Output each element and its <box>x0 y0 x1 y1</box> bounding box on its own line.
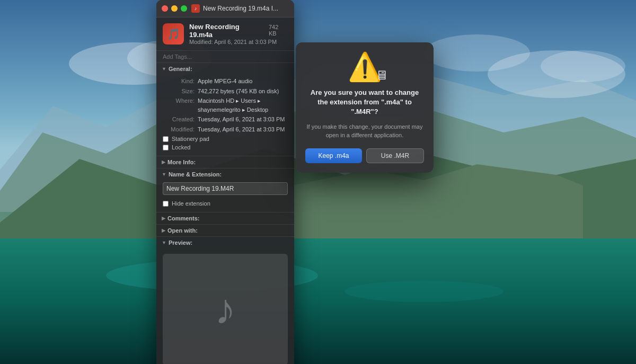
size-label: Size: <box>163 87 195 96</box>
general-arrow-icon: ▼ <box>162 66 166 72</box>
comments-label: Comments: <box>167 215 200 221</box>
name-extension-section: ▼ Name & Extension: Hide extension <box>156 168 294 212</box>
hide-extension-label: Hide extension <box>172 200 210 207</box>
stationery-checkbox[interactable] <box>163 136 169 142</box>
locked-checkbox[interactable] <box>163 145 169 150</box>
modified-info-value: Tuesday, April 6, 2021 at 3:03 PM <box>198 125 285 134</box>
tags-input[interactable] <box>163 54 288 60</box>
where-row: Where: Macintosh HD ▸ Users ▸ shaynemele… <box>163 96 288 114</box>
file-header: 🎵 New Recording 19.m4a 742 KB Modified: … <box>156 17 294 51</box>
general-label: General: <box>169 66 192 72</box>
general-section-body: Kind: Apple MPEG-4 audio Size: 742,272 b… <box>156 75 294 156</box>
dialog-buttons: Keep .m4a Use .M4R <box>305 148 424 163</box>
preview-arrow-icon: ▼ <box>162 240 166 245</box>
modified-label: Modified: <box>189 39 213 45</box>
more-info-label: More Info: <box>167 159 196 165</box>
stationery-label: Stationery pad <box>172 136 209 142</box>
size-row: Size: 742,272 bytes (745 KB on disk) <box>163 87 288 96</box>
finder-icon: 🖥 <box>375 68 388 83</box>
where-label: Where: <box>163 96 195 114</box>
name-ext-arrow-icon: ▼ <box>162 172 166 177</box>
keep-extension-button[interactable]: Keep .m4a <box>305 148 362 163</box>
modified-info-label: Modified: <box>163 125 195 134</box>
name-extension-body: Hide extension <box>156 180 294 212</box>
where-value: Macintosh HD ▸ Users ▸ shaynemelegrito ▸… <box>198 96 288 114</box>
name-extension-label: Name & Extension: <box>169 171 222 177</box>
name-extension-header[interactable]: ▼ Name & Extension: <box>156 168 294 180</box>
window-title: New Recording 19.m4a I... <box>203 5 278 12</box>
svg-point-12 <box>541 50 625 82</box>
file-type-icon: ♪ <box>191 4 200 13</box>
comments-arrow-icon: ▶ <box>162 216 165 221</box>
dialog-icon-area: ⚠️ 🖥 <box>305 53 424 81</box>
maximize-button[interactable] <box>181 5 187 12</box>
preview-label: Preview: <box>169 239 192 246</box>
title-bar: ♪ New Recording 19.m4a I... <box>156 0 294 17</box>
created-label: Created: <box>163 115 195 124</box>
hide-extension-checkbox[interactable] <box>163 201 169 207</box>
traffic-lights <box>162 5 187 12</box>
file-size: 742 KB <box>269 24 288 37</box>
music-note-icon: ♪ <box>215 285 236 334</box>
file-info: New Recording 19.m4a 742 KB Modified: Ap… <box>189 23 288 45</box>
modified-row: Modified: Tuesday, April 6, 2021 at 3:03… <box>163 125 288 134</box>
comments-section[interactable]: ▶ Comments: <box>156 212 294 225</box>
size-value: 742,272 bytes (745 KB on disk) <box>198 87 279 96</box>
open-with-label: Open with: <box>167 227 198 234</box>
file-icon: 🎵 <box>163 23 184 45</box>
hide-extension-row: Hide extension <box>163 200 288 207</box>
more-info-arrow-icon: ▶ <box>162 159 165 165</box>
dialog-body: If you make this change, your document m… <box>305 122 424 140</box>
open-with-section[interactable]: ▶ Open with: <box>156 225 294 237</box>
stationery-row: Stationery pad <box>163 136 288 142</box>
kind-label: Kind: <box>163 77 195 86</box>
svg-point-7 <box>344 281 504 302</box>
file-name: New Recording 19.m4a <box>189 23 264 39</box>
general-section: ▼ General: Kind: Apple MPEG-4 audio Size… <box>156 63 294 156</box>
more-info-section[interactable]: ▶ More Info: <box>156 156 294 168</box>
preview-section: ▼ Preview: ♪ <box>156 237 294 364</box>
tags-section <box>156 51 294 63</box>
dialog-title: Are you sure you want to change the exte… <box>305 88 424 117</box>
general-section-header[interactable]: ▼ General: <box>156 63 294 75</box>
locked-row: Locked <box>163 144 288 150</box>
close-button[interactable] <box>162 5 168 12</box>
extension-dialog: ⚠️ 🖥 Are you sure you want to change the… <box>296 42 434 173</box>
kind-row: Kind: Apple MPEG-4 audio <box>163 77 288 86</box>
kind-value: Apple MPEG-4 audio <box>198 77 252 86</box>
preview-body: ♪ <box>156 248 294 364</box>
created-value: Tuesday, April 6, 2021 at 3:03 PM <box>198 115 285 124</box>
open-with-arrow-icon: ▶ <box>162 228 165 233</box>
minimize-button[interactable] <box>171 5 178 12</box>
locked-label: Locked <box>172 144 190 150</box>
filename-input[interactable] <box>163 182 288 195</box>
use-extension-button[interactable]: Use .M4R <box>366 148 424 163</box>
created-row: Created: Tuesday, April 6, 2021 at 3:03 … <box>163 115 288 124</box>
preview-header[interactable]: ▼ Preview: <box>156 237 294 248</box>
preview-box: ♪ <box>163 254 288 364</box>
modified-date: April 6, 2021 at 3:03 PM <box>214 39 277 45</box>
svg-rect-5 <box>0 238 636 364</box>
info-panel: ♪ New Recording 19.m4a I... 🎵 New Record… <box>156 0 294 364</box>
